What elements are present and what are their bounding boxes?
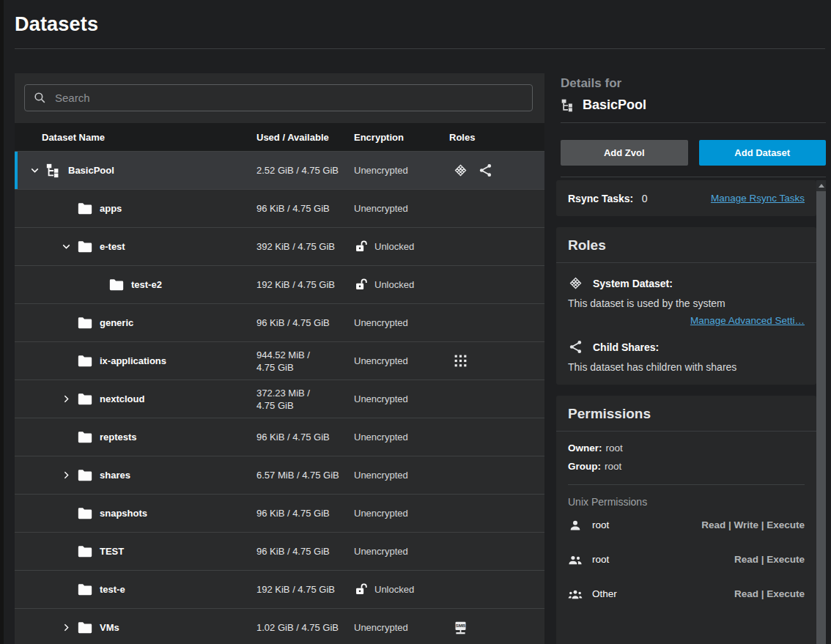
divider — [568, 484, 805, 485]
folder-icon — [77, 239, 93, 255]
add-dataset-button[interactable]: Add Dataset — [699, 140, 827, 166]
column-encryption[interactable]: Encryption — [354, 132, 449, 143]
used-available-value: 1.02 GiB / 4.75 GiB — [256, 621, 354, 634]
table-row[interactable]: TEST96 KiB / 4.75 GiBUnencrypted — [15, 532, 544, 570]
dataset-name-label: test-e — [100, 584, 125, 595]
column-dataset-name[interactable]: Dataset Name — [15, 132, 256, 143]
unix-permission-row: OtherRead | Execute — [568, 577, 805, 611]
details-panel: Details for BasicPool Add Zvol Add Datas… — [556, 73, 826, 644]
person-icon — [568, 518, 583, 533]
lock-open-icon — [354, 239, 369, 254]
folder-icon — [77, 201, 93, 217]
encryption-value: Unlocked — [354, 239, 449, 254]
table-row[interactable]: shares6.57 MiB / 4.75 GiBUnencrypted — [15, 456, 544, 494]
chevron-right-icon[interactable] — [57, 619, 75, 637]
table-row[interactable]: generic96 KiB / 4.75 GiBUnencrypted — [15, 303, 544, 341]
roles-title: Roles — [568, 237, 805, 253]
folder-icon — [77, 620, 93, 636]
chevron-spacer — [57, 429, 75, 446]
table-row[interactable]: test-e192 KiB / 4.75 GiBUnlocked — [15, 570, 544, 608]
add-zvol-button[interactable]: Add Zvol — [561, 140, 688, 166]
encryption-value: Unlocked — [354, 277, 449, 292]
rsync-tasks-label: Rsync Tasks: — [568, 193, 633, 204]
manage-rsync-tasks-link[interactable]: Manage Rsync Tasks — [711, 193, 805, 204]
system-dataset-label: System Dataset: — [593, 278, 673, 289]
child-shares-label: Child Shares: — [593, 341, 659, 353]
apps-icon — [453, 353, 468, 369]
child-shares-icon — [568, 339, 583, 355]
scrollbar-up-arrow[interactable] — [816, 180, 826, 191]
people-icon — [568, 552, 583, 567]
column-used-available[interactable]: Used / Available — [256, 132, 354, 143]
encryption-value: Unencrypted — [354, 317, 449, 328]
encryption-value: Unencrypted — [354, 165, 449, 176]
table-row[interactable]: VMs1.02 GiB / 4.75 GiBUnencryptedSMB — [15, 608, 544, 644]
used-available-value: 392 KiB / 4.75 GiB — [256, 240, 354, 253]
table-row[interactable]: apps96 KiB / 4.75 GiBUnencrypted — [15, 189, 544, 227]
table-row[interactable]: ix-applications944.52 MiB /4.75 GiBUnenc… — [15, 341, 544, 380]
dataset-name-label: nextcloud — [100, 393, 144, 404]
dataset-name-label: reptests — [100, 432, 137, 443]
manage-advanced-settings-link[interactable]: Manage Advanced Setti… — [690, 315, 805, 326]
search-box[interactable] — [24, 84, 533, 111]
encryption-value: Unencrypted — [354, 622, 449, 633]
rsync-tasks-card: Rsync Tasks: 0 Manage Rsync Tasks — [556, 180, 816, 216]
datasets-table: Dataset Name Used / Available Encryption… — [15, 73, 544, 644]
lock-open-icon — [354, 582, 369, 597]
encryption-value: Unlocked — [354, 582, 449, 597]
table-row[interactable]: snapshots96 KiB / 4.75 GiBUnencrypted — [15, 494, 544, 532]
table-row[interactable]: e-test392 KiB / 4.75 GiBUnlocked — [15, 227, 544, 265]
details-scroll-area: Rsync Tasks: 0 Manage Rsync Tasks Roles … — [556, 180, 826, 644]
chevron-down-icon[interactable] — [26, 162, 43, 179]
scrollbar-thumb[interactable] — [816, 191, 826, 644]
rsync-tasks-count: 0 — [642, 193, 648, 204]
divider — [556, 262, 816, 263]
dataset-name-label: VMs — [100, 622, 119, 633]
owner-label: Owner: — [568, 443, 602, 454]
table-row[interactable]: test-e2192 KiB / 4.75 GiBUnlocked — [15, 265, 544, 303]
permission-values: Read | Execute — [734, 588, 805, 599]
chevron-spacer — [57, 314, 75, 332]
search-input[interactable] — [25, 85, 532, 111]
divider — [561, 177, 826, 177]
folder-icon — [108, 277, 125, 293]
chevron-right-icon[interactable] — [57, 467, 75, 484]
folder-icon — [77, 582, 93, 598]
dataset-name-label: snapshots — [100, 508, 147, 519]
divider — [556, 431, 816, 432]
encryption-value: Unencrypted — [354, 393, 449, 404]
roles-cell — [449, 353, 544, 369]
dataset-name-label: TEST — [100, 546, 124, 557]
system-dataset-text: This dataset is used by the system — [568, 297, 805, 309]
table-row[interactable]: reptests96 KiB / 4.75 GiBUnencrypted — [15, 418, 544, 456]
dataset-name-label: e-test — [100, 241, 125, 252]
chevron-down-icon[interactable] — [57, 238, 75, 256]
used-available-value: 96 KiB / 4.75 GiB — [256, 545, 354, 558]
table-row[interactable]: nextcloud372.23 MiB /4.75 GiBUnencrypted — [15, 380, 544, 418]
roles-cell — [449, 163, 544, 178]
group-value: root — [605, 461, 621, 472]
folder-icon — [77, 506, 93, 522]
lock-open-icon — [354, 277, 369, 292]
dataset-name-label: ix-applications — [100, 355, 166, 366]
folder-icon — [77, 544, 93, 560]
permission-entity-name: root — [592, 519, 609, 530]
chevron-spacer — [57, 543, 75, 560]
title-divider — [15, 48, 825, 49]
chevron-spacer — [57, 352, 75, 370]
chevron-right-icon[interactable] — [57, 391, 75, 408]
used-available-value: 96 KiB / 4.75 GiB — [256, 317, 354, 329]
permissions-title: Permissions — [568, 406, 805, 422]
permission-entity-name: Other — [592, 588, 617, 599]
chevron-spacer — [89, 276, 106, 294]
used-available-value: 96 KiB / 4.75 GiB — [256, 507, 354, 519]
divider — [561, 122, 826, 123]
dataset-icon — [45, 163, 62, 179]
chevron-spacer — [57, 505, 75, 522]
encryption-value: Unencrypted — [354, 432, 449, 443]
smb-icon: SMB — [453, 620, 468, 635]
dataset-icon — [561, 98, 575, 113]
page-title: Datasets — [15, 0, 825, 36]
column-roles[interactable]: Roles — [449, 132, 544, 143]
table-row[interactable]: BasicPool2.52 GiB / 4.75 GiBUnencrypted — [15, 151, 544, 189]
